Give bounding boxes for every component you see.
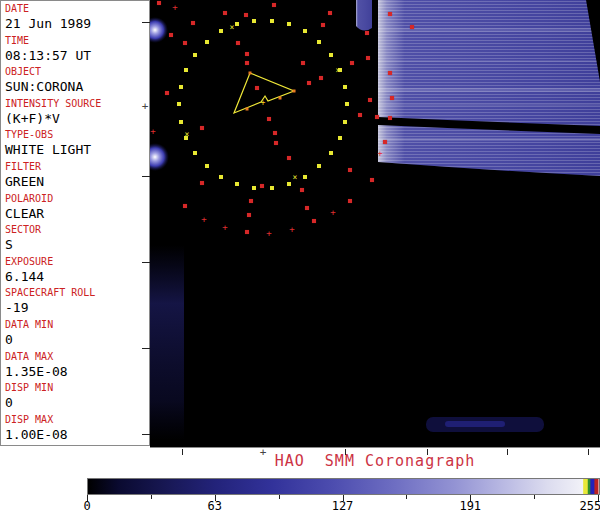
polygon-vertex-dot xyxy=(279,97,282,100)
fiducial-dot-yellow xyxy=(193,151,197,155)
polygon-vertex-dot xyxy=(246,108,249,111)
field-value: SUN:CORONA xyxy=(5,78,149,95)
fiducial-dot-yellow xyxy=(343,120,347,124)
fiducial-dot-red xyxy=(328,11,332,15)
fiducial-dot-red xyxy=(200,181,204,185)
left-axis-tick xyxy=(142,22,150,23)
fiducial-dot-red xyxy=(245,230,249,234)
field-value: CLEAR xyxy=(5,205,149,222)
fiducial-dot-red xyxy=(274,141,278,145)
metadata-field: TIME08:13:57 UT xyxy=(5,35,149,67)
dots-layer: ++++++++××××+ xyxy=(150,0,600,447)
fiducial-dot-red xyxy=(183,41,187,45)
metadata-field: EXPOSURE6.144 xyxy=(5,256,149,288)
smm-coronagraph-viewer: { "title": "HAO SMM Coronagraph", "color… xyxy=(0,0,600,512)
metadata-field: SECTORS xyxy=(5,224,149,256)
fiducial-cross-red: + xyxy=(377,149,382,158)
field-value: 08:13:57 UT xyxy=(5,47,149,64)
fiducial-cross-red: + xyxy=(172,3,177,12)
metadata-panel: DATE21 Jun 1989TIME08:13:57 UTOBJECTSUN:… xyxy=(0,0,150,446)
fiducial-dot-yellow xyxy=(205,164,209,168)
colorbar-minor-tick xyxy=(534,495,535,499)
left-axis-center-plus: + xyxy=(142,101,149,112)
fiducial-dot-yellow xyxy=(270,19,274,23)
fiducial-dot-yellow xyxy=(338,136,342,140)
metadata-field: INTENSITY SOURCE(K+F)*V xyxy=(5,98,149,130)
field-value: 6.144 xyxy=(5,268,149,285)
fiducial-dot-red xyxy=(249,199,253,203)
fiducial-dot-red xyxy=(348,199,352,203)
fiducial-dot-red xyxy=(247,213,251,217)
polygon-vertex-dot xyxy=(293,90,296,93)
fiducial-dot-red xyxy=(366,56,370,60)
fiducial-dot-red xyxy=(375,115,379,119)
field-label: SPACECRAFT ROLL xyxy=(5,287,149,299)
fiducial-dot-yellow xyxy=(184,68,188,72)
metadata-field: DATA MIN0 xyxy=(5,319,149,351)
fiducial-cross-red: + xyxy=(222,223,227,232)
fiducial-dot-red xyxy=(200,126,204,130)
colorbar-minor-tick xyxy=(406,495,407,499)
fiducial-dot-yellow xyxy=(317,164,321,168)
field-value: (K+F)*V xyxy=(5,110,149,127)
metadata-field: SPACECRAFT ROLL-19 xyxy=(5,287,149,319)
fiducial-dot-yellow xyxy=(205,40,209,44)
field-label: SECTOR xyxy=(5,224,149,236)
fiducial-dot-red xyxy=(321,23,325,27)
fiducial-dot-red xyxy=(183,204,187,208)
fiducial-dot-yellow xyxy=(345,102,349,106)
fiducial-dot-red xyxy=(244,13,248,17)
metadata-field: OBJECTSUN:CORONA xyxy=(5,66,149,98)
bottom-axis-tick xyxy=(588,449,589,455)
bottom-axis-tick xyxy=(182,449,183,455)
fiducial-dot-red xyxy=(236,41,240,45)
fiducial-cross-red: + xyxy=(289,225,294,234)
fiducial-dot-red xyxy=(358,113,362,117)
colorbar-tick-label: 255 xyxy=(580,499,600,512)
fiducial-dot-red xyxy=(300,188,304,192)
field-label: INTENSITY SOURCE xyxy=(5,98,149,110)
fiducial-dot-red xyxy=(390,96,394,100)
field-value: WHITE LIGHT xyxy=(5,141,149,158)
fiducial-dot-yellow xyxy=(179,120,183,124)
field-label: OBJECT xyxy=(5,66,149,78)
metadata-field: DATE21 Jun 1989 xyxy=(5,3,149,35)
fiducial-dot-yellow xyxy=(219,29,223,33)
field-value: -19 xyxy=(5,299,149,316)
fiducial-dot-red xyxy=(350,61,354,65)
left-axis-tick xyxy=(142,262,150,263)
bottom-axis-tick xyxy=(427,449,428,455)
fiducial-dot-red xyxy=(410,25,414,29)
field-value: 0 xyxy=(5,394,149,411)
fiducial-cross-red: + xyxy=(201,215,206,224)
metadata-field: DISP MAX1.00E-08 xyxy=(5,414,149,446)
left-axis-tick xyxy=(142,434,150,435)
field-label: TYPE-OBS xyxy=(5,129,149,141)
colorbar-tick-label: 191 xyxy=(459,499,481,512)
fiducial-dot-red xyxy=(169,33,173,37)
fiducial-dot-red xyxy=(368,98,372,102)
fiducial-dot-red xyxy=(305,206,309,210)
field-value: 1.35E-08 xyxy=(5,363,149,380)
fiducial-dot-red xyxy=(245,52,249,56)
fiducial-x-yellow: × xyxy=(293,174,298,182)
fiducial-dot-red xyxy=(370,178,374,182)
field-label: DATE xyxy=(5,3,149,15)
fiducial-dot-red xyxy=(223,11,227,15)
fiducial-dot-yellow xyxy=(303,29,307,33)
bottom-axis-tick xyxy=(345,449,346,455)
fiducial-dot-red xyxy=(301,61,305,65)
field-label: EXPOSURE xyxy=(5,256,149,268)
fiducial-dot-red xyxy=(383,140,387,144)
fiducial-dot-red xyxy=(388,71,392,75)
fiducial-dot-red xyxy=(388,116,392,120)
metadata-field: POLAROIDCLEAR xyxy=(5,193,149,225)
polygon-vertex-dot xyxy=(249,72,252,75)
bottom-axis-center-plus: + xyxy=(260,447,267,458)
fiducial-dot-red xyxy=(272,3,276,7)
field-label: DISP MAX xyxy=(5,414,149,426)
fiducial-dot-yellow xyxy=(329,151,333,155)
fiducial-dot-red xyxy=(307,81,311,85)
fiducial-dot-yellow xyxy=(287,22,291,26)
fiducial-x-yellow: × xyxy=(336,67,341,75)
